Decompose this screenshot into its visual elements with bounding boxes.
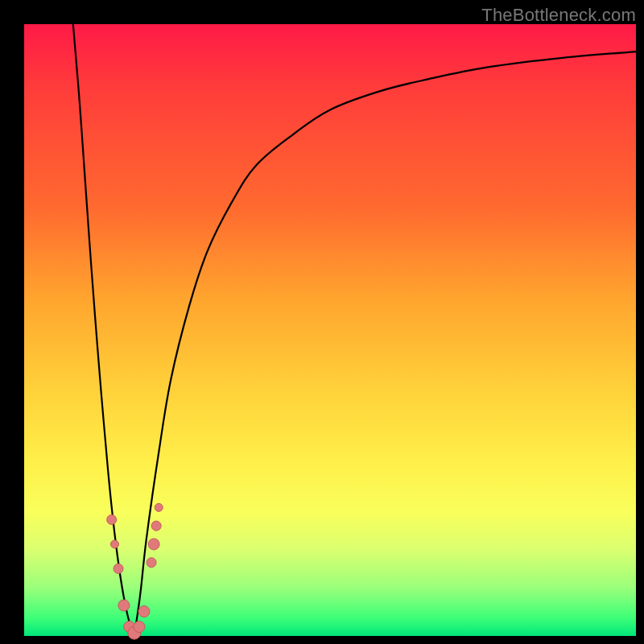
curve-left-branch	[73, 24, 134, 636]
scatter-dot	[118, 600, 130, 611]
scatter-dot	[155, 503, 163, 511]
scatter-dot	[107, 515, 117, 525]
scatter-dot	[134, 621, 145, 633]
scatter-dot	[148, 539, 159, 550]
chart-frame: TheBottleneck.com	[0, 0, 644, 644]
scatter-dots	[107, 503, 163, 639]
curve-right-branch	[134, 52, 636, 636]
scatter-dot	[114, 564, 123, 573]
plot-area	[24, 24, 636, 636]
watermark-text: TheBottleneck.com	[481, 5, 636, 26]
scatter-dot	[151, 521, 161, 530]
scatter-dot	[147, 558, 156, 568]
chart-svg	[24, 24, 636, 636]
scatter-dot	[110, 540, 118, 548]
scatter-dot	[138, 606, 150, 617]
